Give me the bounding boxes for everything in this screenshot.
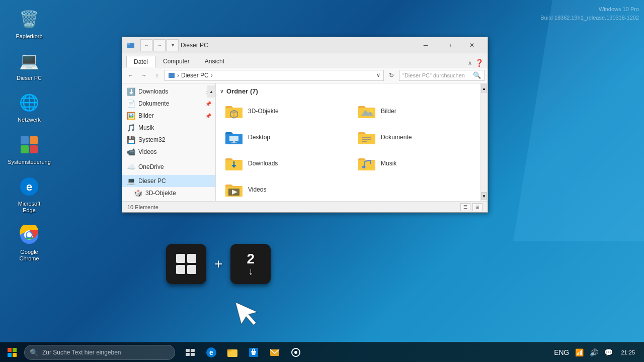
settings-tb[interactable] (286, 342, 306, 363)
folder-dokumente-name: Dokumente (381, 134, 412, 141)
folder-desktop-name: Desktop (248, 134, 270, 141)
quick-access-buttons: ← → ▾ (140, 39, 179, 51)
taskbar-search-icon: 🔍 (30, 348, 38, 356)
svg-point-26 (363, 166, 366, 168)
nav-up-btn[interactable]: ↑ (151, 70, 163, 81)
svg-rect-30 (187, 254, 196, 263)
back-qa-btn[interactable]: ← (140, 39, 152, 51)
desktop-icon-edge[interactable]: e Microsoft Edge (9, 172, 49, 216)
explorer-tb[interactable] (222, 342, 243, 363)
svg-rect-31 (176, 265, 185, 274)
desktop-icon-dieser-pc[interactable]: 💻 Dieser PC (9, 47, 49, 83)
tab-datei[interactable]: Datei (126, 56, 155, 67)
sidebar-item-videos[interactable]: 📹 Videos (122, 146, 215, 158)
chrome-icon (17, 223, 41, 247)
nav-forward-btn[interactable]: → (138, 70, 149, 81)
svg-rect-41 (191, 353, 195, 356)
sidebar-item-bilder-nav[interactable]: 🖼️ Bilder (122, 199, 215, 201)
help-btn[interactable]: ❓ (475, 59, 484, 67)
desktop-icon-systemsteuerung[interactable]: Systemsteuerung (9, 131, 49, 167)
edge-tb[interactable]: e (201, 342, 221, 363)
desktop-icon-papierkorb[interactable]: 🗑️ Papierkorb (9, 5, 49, 42)
refresh-btn[interactable]: ↻ (386, 70, 397, 81)
taskbar-pinned-icons: e (180, 342, 306, 363)
main-scrollbar[interactable]: ▲ ▼ (480, 83, 488, 201)
svg-text:e: e (26, 180, 32, 193)
tab-computer[interactable]: Computer (155, 55, 197, 67)
win-decoration (513, 0, 644, 241)
status-bar: 10 Elemente ☰ ⊞ (122, 201, 488, 212)
network-tray[interactable]: 📶 (573, 348, 586, 356)
minimize-button[interactable]: ─ (414, 37, 437, 53)
folder-dokumente-icon (357, 128, 377, 146)
dieser-pc-nav-icon: 💻 (126, 176, 135, 186)
list-view-btn[interactable]: ☰ (460, 203, 470, 211)
explorer-icon (126, 41, 135, 50)
sidebar: ⬇️ Downloads 📌 ▲ 📄 Dokumente 📌 🖼️ Bilder… (122, 83, 216, 201)
folders-grid: 3D-Objekte Bil (220, 99, 484, 201)
forward-qa-btn[interactable]: → (153, 39, 166, 51)
folder-3d-objekte[interactable]: 3D-Objekte (220, 99, 351, 123)
folder-bilder[interactable]: Bilder (353, 99, 484, 123)
svg-rect-0 (21, 136, 29, 144)
title-bar-left: ← → ▾ Dieser PC (126, 39, 414, 51)
language-tray[interactable]: ENG (552, 348, 571, 356)
taskbar-search[interactable]: 🔍 Zur Suche Text hier eingeben (24, 345, 175, 360)
search-icon: 🔍 (473, 71, 481, 79)
folder-dokumente[interactable]: Dokumente (353, 125, 484, 149)
num-2-key-cap: 2 ↓ (230, 244, 271, 284)
store-tb[interactable] (244, 342, 264, 363)
desktop-icon-chrome[interactable]: Google Chrome (9, 221, 49, 264)
sidebar-item-system32[interactable]: 💾 System32 (122, 134, 215, 146)
address-field[interactable]: › Dieser PC › ∨ (165, 70, 384, 81)
sidebar-item-dieser-pc[interactable]: 💻 Dieser PC (122, 175, 215, 187)
desktop-icon-netzwerk[interactable]: 🌐 Netzwerk (9, 88, 49, 125)
folder-musik[interactable]: Musik (353, 151, 484, 175)
nav-back-btn[interactable]: ← (125, 70, 136, 81)
sidebar-item-bilder[interactable]: 🖼️ Bilder 📌 (122, 110, 215, 122)
search-field[interactable]: "Dieser PC" durchsuchen 🔍 (399, 70, 485, 81)
win-key-cap (166, 244, 206, 284)
musik-icon: 🎵 (126, 123, 135, 132)
close-button[interactable]: ✕ (460, 37, 484, 53)
svg-rect-12 (169, 73, 175, 78)
ordner-section-header[interactable]: ∨ Ordner (7) (220, 87, 484, 95)
sidebar-item-onedrive[interactable]: ☁️ OneDrive (122, 161, 215, 173)
scroll-up-sidebar[interactable]: ▲ (207, 85, 215, 98)
dieser-pc-icon: 💻 (17, 49, 41, 73)
bilder-nav-icon: 🖼️ (133, 201, 142, 201)
systemsteuerung-icon (17, 133, 41, 157)
title-bar-controls: ─ □ ✕ (414, 37, 484, 53)
volume-tray[interactable]: 🔊 (588, 348, 600, 356)
folder-musik-name: Musik (381, 160, 396, 167)
svg-text:e: e (209, 348, 213, 356)
scroll-up-main[interactable]: ▲ (481, 84, 487, 93)
content-area: ⬇️ Downloads 📌 ▲ 📄 Dokumente 📌 🖼️ Bilder… (122, 83, 488, 201)
folder-videos[interactable]: Videos (220, 177, 351, 201)
bilder-icon: 🖼️ (126, 111, 135, 120)
grid-view-btn[interactable]: ⊞ (472, 203, 482, 211)
down-qa-btn[interactable]: ▾ (167, 39, 179, 51)
sidebar-item-3d-objekte[interactable]: 🎲 3D-Objekte (122, 187, 215, 199)
folder-videos-name: Videos (248, 186, 266, 193)
tab-ansicht[interactable]: Ansicht (197, 55, 232, 67)
taskbar-clock[interactable]: 21:25 (617, 349, 639, 355)
scroll-down-main[interactable]: ▼ (481, 192, 487, 200)
edge-icon: e (17, 174, 41, 199)
maximize-button[interactable]: □ (437, 37, 460, 53)
svg-rect-29 (176, 254, 185, 263)
taskview-btn[interactable] (180, 342, 200, 363)
explorer-window: ← → ▾ Dieser PC ─ □ ✕ Datei Computer Ans… (122, 37, 488, 213)
netzwerk-label: Netzwerk (18, 117, 41, 123)
notifications-tray[interactable]: 💬 (602, 348, 615, 356)
start-button[interactable] (0, 342, 24, 363)
sidebar-item-dokumente[interactable]: 📄 Dokumente 📌 (122, 98, 215, 110)
sidebar-item-musik[interactable]: 🎵 Musik (122, 122, 215, 134)
mail-tb[interactable] (265, 342, 285, 363)
sidebar-item-downloads[interactable]: ⬇️ Downloads 📌 ▲ (122, 85, 215, 98)
main-content: ∨ Ordner (7) (216, 83, 488, 201)
expand-ribbon-btn[interactable]: ∧ (468, 60, 472, 66)
pin-icon-3: 📌 (205, 113, 211, 119)
folder-downloads[interactable]: Downloads (220, 151, 351, 175)
folder-desktop[interactable]: Desktop (220, 125, 351, 149)
